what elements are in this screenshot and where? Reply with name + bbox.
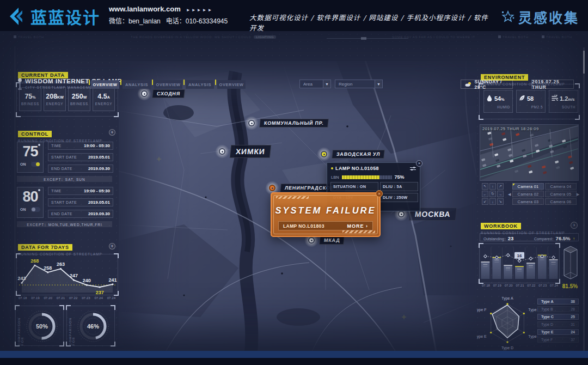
camera-feed[interactable]: 2019.07.25 THUR 18:26:09 bbox=[480, 124, 579, 181]
svg-text:50%: 50% bbox=[36, 323, 48, 330]
brand-banner: 蓝蓝设计 www.lanlanwork.com►►►►► 微信：ben_lanl… bbox=[0, 0, 588, 31]
camera-button-4[interactable]: Camera 04 bbox=[545, 183, 577, 190]
lamp-pin-icon bbox=[215, 144, 229, 159]
tab-overview-0[interactable]: OVERVIEW bbox=[91, 80, 119, 89]
map-pin-2[interactable]: ХИМКИ bbox=[215, 144, 271, 159]
bottom-bar bbox=[0, 351, 588, 358]
gauge-label: COMPARISON FOR bbox=[17, 310, 24, 345]
dpad-right-icon[interactable]: → bbox=[497, 191, 504, 197]
wechat-text: 微信：ben_lanlan bbox=[109, 17, 161, 25]
type-label: Type D bbox=[541, 323, 553, 326]
seven-days-add-button[interactable]: + bbox=[109, 243, 115, 250]
map-pin-3[interactable]: ЗАВОДСКАЯ УЛ bbox=[317, 147, 384, 161]
dpad-refresh-icon[interactable]: ↻ bbox=[489, 191, 496, 197]
dpad-left-icon[interactable]: ← bbox=[482, 191, 488, 197]
dpad-down-right-icon[interactable]: ↘ bbox=[497, 198, 504, 205]
camera-button-6[interactable]: Camera 06 bbox=[545, 198, 577, 205]
control-row-end-date[interactable]: END DATE2019.09.30 bbox=[48, 210, 113, 218]
decor-top-left: TRAVEL BOTH bbox=[14, 35, 44, 39]
scrollbar-handle[interactable] bbox=[583, 51, 585, 74]
camera-button-1[interactable]: Camera 01 bbox=[512, 183, 544, 190]
services-text: 大数据可视化设计 / 软件界面设计 / 网站建设 / 手机及小程序设计 / 软件… bbox=[249, 12, 494, 33]
dashboard: TRAVEL BOTH THE ROADS DIVERGED IN A YELL… bbox=[0, 31, 588, 358]
svg-text:Type B: Type B bbox=[528, 308, 538, 312]
camera-timestamp: 2019.07.25 THUR 18:26:09 bbox=[482, 126, 539, 131]
lbn-label: LBN bbox=[331, 175, 339, 180]
app-root: 蓝蓝设计 www.lanlanwork.com►►►►► 微信：ben_lanl… bbox=[0, 0, 588, 365]
type-row-type-d[interactable]: Type D31 bbox=[537, 321, 579, 327]
popup-close-icon[interactable]: × bbox=[416, 160, 422, 167]
svg-text:258: 258 bbox=[44, 265, 52, 271]
type-row-type-e[interactable]: Type E24 bbox=[537, 329, 579, 335]
control-add-button[interactable]: + bbox=[109, 129, 115, 136]
dpad-up-right-icon[interactable]: ↗ bbox=[497, 183, 504, 190]
inspiration-collect[interactable]: 灵感收集 bbox=[501, 7, 579, 27]
streetlamp-icon bbox=[17, 78, 23, 91]
map-pin-1[interactable]: КОММУНАЛЬНЫЙ ПР. bbox=[244, 116, 328, 130]
phone-text: 电话：010-63334945 bbox=[166, 17, 228, 25]
control-row-start-date[interactable]: START DATE2019.05.01 bbox=[48, 198, 113, 206]
camera-photo-art bbox=[480, 125, 578, 180]
workbook-x-label-5: 07.23 bbox=[537, 284, 548, 287]
alert-more-button[interactable]: MORE › bbox=[347, 223, 369, 229]
chevron-down-icon[interactable]: ▼ bbox=[375, 80, 382, 88]
tab-overview-4[interactable]: OVERVIEW bbox=[217, 80, 246, 89]
camera-button-2[interactable]: Camera 02 bbox=[512, 191, 544, 197]
camera-button-3[interactable]: Camera 03 bbox=[512, 198, 544, 205]
type-row-type-c[interactable]: Type C25 bbox=[537, 314, 579, 320]
seven-x-label-7: 07.24 bbox=[105, 296, 118, 300]
type-value: 25 bbox=[571, 315, 575, 319]
tab-analysis-1[interactable]: ANALYSIS bbox=[122, 80, 151, 89]
popup-cell-1: DLIU : 5A bbox=[380, 182, 418, 191]
type-row-type-f[interactable]: Type F37 bbox=[537, 337, 579, 343]
leaf-icon bbox=[519, 94, 525, 104]
svg-text:Type F: Type F bbox=[477, 308, 487, 312]
control-row-start-date[interactable]: START DATE2019.05.01 bbox=[48, 153, 113, 161]
workbook-x-label-0: 07.18 bbox=[480, 284, 492, 287]
lbn-value: 75% bbox=[395, 174, 405, 180]
scrollbar-track[interactable] bbox=[583, 47, 585, 352]
type-value: 37 bbox=[571, 338, 575, 342]
svg-text:237: 237 bbox=[96, 290, 104, 295]
type-value: 31 bbox=[571, 323, 575, 326]
outstanding-value: 23 bbox=[508, 235, 514, 241]
camera-prev-icon[interactable]: ◀ bbox=[508, 192, 511, 197]
seven-x-label-1: 07.19 bbox=[29, 296, 41, 300]
camera-next-icon[interactable]: ▶ bbox=[577, 192, 579, 197]
region-select[interactable]: Region▼ bbox=[335, 80, 383, 88]
tab-analysis-3[interactable]: ANALYSIS bbox=[186, 80, 214, 89]
type-row-type-b[interactable]: Type B28 bbox=[537, 306, 579, 312]
control-except-0: EXCEPT：SAT, SUN bbox=[17, 176, 112, 182]
website-link[interactable]: www.lanlanwork.com bbox=[109, 5, 181, 13]
alert-strip: LAMP NO.L01803 MORE › bbox=[278, 221, 373, 230]
svg-text:247: 247 bbox=[70, 273, 78, 278]
dpad-down-icon[interactable]: ↓ bbox=[489, 198, 496, 205]
system-failure-alert: SYSTEM FAILURE LAMP NO.L01803 MORE › × bbox=[271, 192, 381, 237]
bulb-icon bbox=[38, 144, 40, 146]
tab-overview-2[interactable]: OVERVIEW bbox=[154, 80, 182, 89]
control-toggle-1[interactable] bbox=[31, 207, 40, 212]
dpad-up-icon[interactable]: ↑ bbox=[489, 183, 496, 190]
dpad-up-left-icon[interactable]: ↖ bbox=[482, 183, 488, 190]
sliders-icon[interactable] bbox=[409, 166, 416, 171]
workbook-more-button[interactable]: › bbox=[571, 222, 578, 229]
type-label: Type E bbox=[541, 330, 553, 334]
area-select[interactable]: Area▼ bbox=[299, 80, 331, 88]
type-list: Type A38Type B28Type C25Type D31Type E24… bbox=[537, 299, 579, 344]
seven-x-label-0: 07.18 bbox=[16, 296, 29, 300]
pin-label: ХИМКИ bbox=[230, 145, 271, 158]
workbook-stats: Outstanding：23 Compared：76.5% ↑ bbox=[480, 233, 579, 241]
bulb-icon bbox=[38, 189, 40, 191]
chevron-down-icon[interactable]: ▼ bbox=[323, 80, 330, 88]
alert-close-icon[interactable]: × bbox=[376, 190, 383, 197]
type-row-type-a[interactable]: Type A38 bbox=[537, 299, 579, 305]
status-dot bbox=[331, 167, 333, 169]
control-row-time[interactable]: TIME19:00 - 05:30 bbox=[48, 187, 113, 195]
control-state-label: ON bbox=[20, 162, 26, 166]
camera-button-5[interactable]: Camera 05 bbox=[545, 191, 577, 197]
control-toggle-0[interactable] bbox=[31, 162, 40, 167]
control-row-end-date[interactable]: END DATE2019.09.30 bbox=[48, 165, 113, 173]
svg-text:Type C: Type C bbox=[528, 334, 538, 339]
dpad-down-left-icon[interactable]: ↙ bbox=[482, 198, 488, 205]
control-row-time[interactable]: TIME19:00 - 05:30 bbox=[48, 142, 113, 150]
